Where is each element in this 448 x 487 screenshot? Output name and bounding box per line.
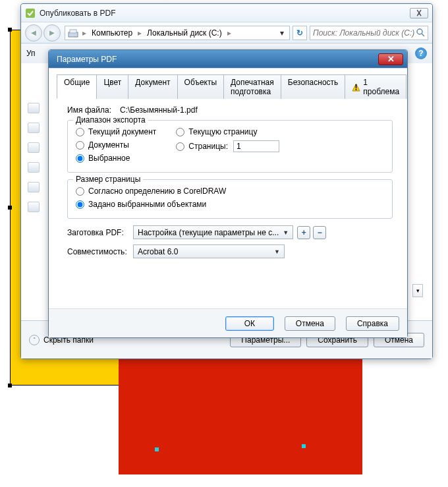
compatibility-select[interactable]: Acrobat 6.0 ▼	[133, 244, 285, 258]
group-title: Диапазон экспорта	[73, 115, 148, 125]
radio-selected-objects[interactable]: Задано выбранными объектами	[76, 200, 384, 209]
sidebar-item[interactable]	[28, 103, 40, 113]
tab-pane-general: Имя файла: C:\Безымянный-1.pdf Диапазон …	[57, 99, 399, 270]
export-range-group: Диапазон экспорта Текущий документ Докум…	[67, 120, 393, 173]
sidebar-places	[28, 103, 42, 235]
preset-select[interactable]: Настройка (текущие параметры не с... ▼	[133, 225, 293, 239]
preset-value: Настройка (текущие параметры не с...	[138, 228, 279, 237]
chevron-down-icon: ▼	[274, 248, 280, 255]
breadcrumb-item-computer[interactable]: Компьютер	[88, 28, 136, 38]
tab-document[interactable]: Документ	[128, 74, 177, 99]
tab-issues-label: 1 проблема	[363, 78, 399, 96]
selection-handle[interactable]	[8, 28, 12, 32]
tab-general[interactable]: Общие	[57, 74, 97, 99]
filename-value: C:\Безымянный-1.pdf	[120, 105, 198, 115]
tabs-bar: Общие Цвет Документ Объекты Допечатная п…	[57, 74, 399, 99]
svg-rect-0	[26, 9, 35, 18]
pdf-parameters-dialog: Параметры PDF ✕ Общие Цвет Документ Объе…	[48, 49, 408, 338]
pdf-icon	[25, 8, 36, 18]
navigation-toolbar: ◄ ► ▸ Компьютер ▸ Локальный диск (C:) ▸ …	[21, 22, 432, 43]
compatibility-value: Acrobat 6.0	[138, 247, 270, 256]
forward-arrow-icon: ►	[48, 28, 57, 38]
radio-coreldraw-defined[interactable]: Согласно определению в CorelDRAW	[76, 186, 384, 196]
dialog-title: Параметры PDF	[53, 55, 378, 64]
breadcrumb-sep: ▸	[81, 28, 88, 38]
close-icon: ✕	[387, 54, 395, 64]
window-title: Опубликовать в PDF	[40, 9, 407, 18]
sidebar-item[interactable]	[28, 202, 40, 212]
chevron-down-icon: ▾	[416, 287, 420, 294]
close-button[interactable]: 𐌢	[410, 8, 428, 18]
nav-back-button[interactable]: ◄	[25, 24, 42, 42]
tab-prepress[interactable]: Допечатная подготовка	[223, 74, 281, 99]
chevron-down-icon: ▼	[283, 229, 289, 236]
breadcrumb-sep: ▸	[136, 28, 143, 38]
sidebar-item[interactable]	[28, 182, 40, 192]
dialog-body: Общие Цвет Документ Объекты Допечатная п…	[49, 69, 407, 308]
back-arrow-icon: ◄	[30, 28, 38, 38]
ok-button[interactable]: ОК	[225, 316, 274, 331]
svg-text:!: !	[355, 83, 358, 92]
selection-handle[interactable]	[302, 444, 306, 448]
plus-icon: +	[302, 228, 306, 237]
search-icon	[416, 28, 425, 37]
cancel-button[interactable]: Отмена	[285, 316, 335, 331]
page-size-group: Размер страницы Согласно определению в C…	[67, 179, 393, 219]
selection-handle[interactable]	[8, 384, 12, 387]
preset-label: Заготовка PDF:	[67, 228, 133, 237]
help-button[interactable]: ?	[415, 47, 427, 59]
svg-rect-2	[70, 30, 76, 33]
close-button[interactable]: ✕	[378, 53, 403, 65]
svg-point-3	[417, 29, 422, 34]
filetype-dropdown[interactable]: ▾	[412, 284, 423, 297]
breadcrumb-item-drive[interactable]: Локальный диск (C:)	[143, 28, 226, 38]
tab-color[interactable]: Цвет	[96, 74, 128, 99]
radio-selected[interactable]: Выбранное	[76, 154, 156, 163]
sidebar-item[interactable]	[28, 162, 40, 173]
add-preset-button[interactable]: +	[297, 226, 310, 239]
radio-current-document[interactable]: Текущий документ	[76, 127, 156, 136]
filename-label: Имя файла:	[67, 105, 120, 115]
compatibility-label: Совместимость:	[67, 247, 133, 256]
remove-preset-button[interactable]: −	[313, 226, 326, 239]
close-glyph: 𐌢	[416, 9, 422, 18]
group-title: Размер страницы	[73, 175, 143, 184]
pages-input[interactable]	[233, 140, 279, 152]
chevron-up-icon: ˄	[29, 335, 40, 345]
svg-line-4	[422, 34, 424, 36]
sidebar-item[interactable]	[28, 123, 40, 133]
tab-security[interactable]: Безопасность	[281, 74, 346, 99]
help-icon: ?	[418, 49, 423, 58]
tab-objects[interactable]: Объекты	[177, 74, 225, 99]
breadcrumb-sep: ▸	[226, 28, 233, 38]
tab-issues[interactable]: ! 1 проблема	[345, 74, 406, 99]
search-input[interactable]	[313, 28, 416, 38]
breadcrumb-bar[interactable]: ▸ Компьютер ▸ Локальный диск (C:) ▸ ▾	[65, 26, 290, 40]
radio-documents[interactable]: Документы	[76, 140, 156, 150]
refresh-button[interactable]: ↻	[293, 26, 307, 40]
selection-handle[interactable]	[155, 447, 159, 451]
drive-icon	[68, 28, 78, 38]
selection-handle[interactable]	[8, 206, 12, 210]
help-button[interactable]: Справка	[346, 316, 399, 331]
radio-pages[interactable]: Страницы:	[176, 140, 279, 152]
titlebar[interactable]: Опубликовать в PDF 𐌢	[21, 4, 432, 22]
sidebar-item[interactable]	[28, 142, 40, 153]
breadcrumb-dropdown[interactable]: ▾	[277, 28, 287, 38]
warning-icon: !	[352, 83, 360, 92]
organize-label: Уп	[26, 49, 36, 58]
radio-current-page[interactable]: Текущую страницу	[176, 127, 279, 136]
minus-icon: −	[318, 228, 322, 237]
titlebar[interactable]: Параметры PDF ✕	[49, 50, 407, 69]
refresh-icon: ↻	[296, 28, 303, 38]
search-box[interactable]	[310, 26, 428, 40]
nav-forward-button[interactable]: ►	[43, 24, 61, 42]
dialog-footer: ОК Отмена Справка	[49, 308, 407, 337]
